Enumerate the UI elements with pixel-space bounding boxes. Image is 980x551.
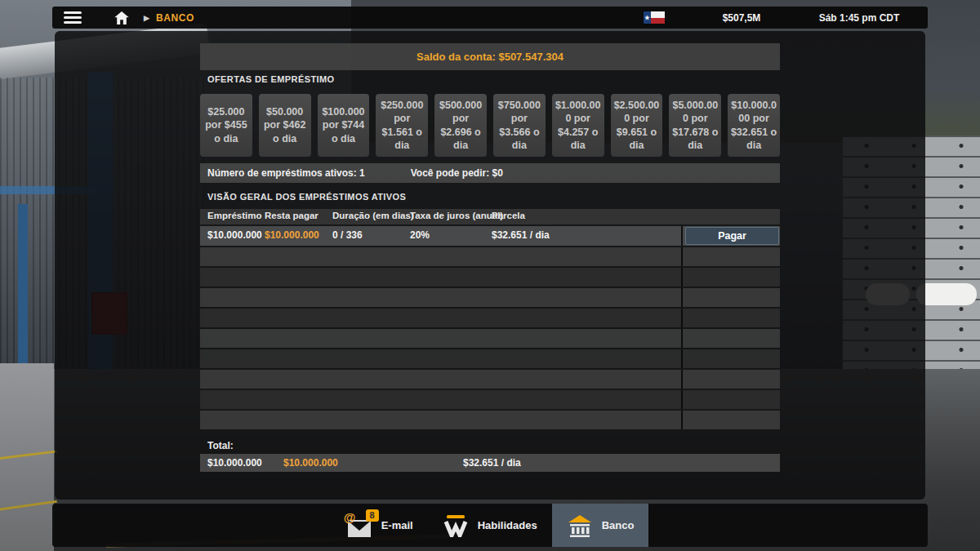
loan-offer-text: $750.000 por $3.566 o dia	[495, 99, 544, 152]
loan-offer-card[interactable]: $1.000.000 por $4.257 o dia	[552, 94, 604, 157]
loans-overview-title: VISÃO GERAL DOS EMPRÉSTIMOS ATIVOS	[207, 192, 406, 202]
tab-email-label: E-mail	[381, 519, 413, 531]
loan-installment: $32.651 / dia	[492, 229, 550, 241]
bank-content: Saldo da conta: $507.547.304 OFERTAS DE …	[200, 31, 780, 500]
pay-button-cell: Pagar	[681, 226, 780, 246]
top-bar: ▶ BANCO ★ $507,5M Sáb 1:45 pm CDT	[52, 7, 928, 29]
active-loans-count: Número de empréstimos ativos: 1	[207, 167, 365, 179]
email-unread-badge: 8	[366, 509, 379, 522]
loan-status-bar: Número de empréstimos ativos: 1 Você pod…	[200, 163, 780, 183]
skills-icon	[443, 514, 469, 537]
at-glyph: @	[344, 510, 356, 524]
borrow-capacity: Você pode pedir: $0	[411, 167, 503, 179]
tab-skills-label: Habilidades	[478, 519, 537, 531]
col-header-interest: Taxa de juros (anual)	[410, 211, 503, 220]
loan-offer-card[interactable]: $25.000 por $455 o dia	[200, 94, 252, 157]
empty-loan-row	[200, 411, 780, 429]
game-clock: Sáb 1:45 pm CDT	[791, 12, 928, 24]
bottom-tab-bar: @ 8 E-mail Habilidades	[52, 504, 928, 547]
empty-loan-row	[200, 247, 780, 266]
empty-loan-row	[200, 329, 780, 348]
loan-offer-card[interactable]: $750.000 por $3.566 o dia	[493, 94, 546, 157]
total-remaining: $10.000.000	[283, 457, 338, 469]
flag-star: ★	[644, 11, 651, 24]
loan-remaining: $10.000.000	[265, 229, 319, 241]
active-loan-row: $10.000.000 $10.000.000 0 / 336 20% $32.…	[200, 226, 780, 246]
empty-loan-row	[200, 309, 780, 327]
hamburger-menu-icon[interactable]	[64, 11, 82, 24]
empty-loan-row	[200, 288, 780, 307]
loan-offer-text: $100.000 por $744 o dia	[319, 105, 368, 145]
tab-bank[interactable]: Banco	[552, 504, 649, 547]
pay-button[interactable]: Pagar	[685, 227, 779, 245]
col-header-duration: Duração (em dias)	[332, 211, 414, 220]
loan-offer-text: $250.000 por $1.561 o dia	[377, 99, 426, 152]
loan-offer-text: $50.000 por $462 o dia	[261, 105, 310, 145]
empty-loan-row	[200, 268, 780, 287]
loan-row-cells: $10.000.000 $10.000.000 0 / 336 20% $32.…	[200, 226, 681, 246]
tab-skills[interactable]: Habilidades	[428, 504, 552, 547]
loan-offer-text: $10.000.000 por $32.651 o dia	[729, 99, 778, 152]
loan-offer-card[interactable]: $500.000 por $2.696 o dia	[434, 94, 487, 157]
total-row: $10.000.000 $10.000.000 $32.651 / dia	[200, 454, 780, 472]
total-label: Total:	[207, 440, 234, 451]
col-header-loan: Empréstimo	[207, 211, 261, 220]
loan-offer-card[interactable]: $50.000 por $462 o dia	[259, 94, 311, 157]
loan-offer-text: $25.000 por $455 o dia	[202, 105, 251, 145]
loan-offer-card[interactable]: $10.000.000 por $32.651 o dia	[728, 94, 780, 157]
account-balance-text: Saldo da conta: $507.547.304	[416, 51, 564, 63]
empty-loan-row	[200, 370, 780, 389]
loan-amount: $10.000.000	[207, 229, 262, 241]
tab-email[interactable]: @ 8 E-mail	[332, 504, 428, 547]
loan-offer-card[interactable]: $100.000 por $744 o dia	[318, 94, 370, 157]
loan-offer-card[interactable]: $5.000.000 por $17.678 o dia	[669, 94, 721, 157]
loan-offer-text: $2.500.000 por $9.651 o dia	[612, 99, 662, 152]
total-installment: $32.651 / dia	[463, 457, 521, 469]
player-money: $507,5M	[693, 12, 791, 24]
flag-red-stripe	[651, 18, 665, 24]
table-header-row: Empréstimo Resta pagar Duração (em dias)…	[200, 209, 780, 224]
garage-door-window	[941, 283, 977, 305]
loan-offer-card[interactable]: $2.500.000 por $9.651 o dia	[611, 94, 663, 157]
col-header-installment: Parcela	[492, 211, 525, 220]
tab-bank-label: Banco	[602, 519, 635, 531]
empty-loan-row	[200, 349, 780, 368]
breadcrumb-arrow-icon: ▶	[144, 14, 149, 22]
loan-offer-card[interactable]: $250.000 por $1.561 o dia	[376, 94, 428, 157]
loan-offers-row: $25.000 por $455 o dia $50.000 por $462 …	[200, 94, 780, 157]
email-icon: @ 8	[346, 514, 372, 537]
loan-offer-text: $1.000.000 por $4.257 o dia	[554, 99, 603, 152]
col-header-remaining: Resta pagar	[265, 211, 318, 220]
total-loan: $10.000.000	[207, 457, 262, 469]
empty-loan-rows	[200, 247, 780, 429]
bank-icon	[567, 514, 593, 537]
bank-panel: Saldo da conta: $507.547.304 OFERTAS DE …	[55, 31, 925, 500]
loan-offer-text: $500.000 por $2.696 o dia	[436, 99, 485, 152]
loan-offer-text: $5.000.000 por $17.678 o dia	[670, 99, 719, 152]
empty-loan-row	[200, 390, 780, 409]
active-loans-table: Empréstimo Resta pagar Duração (em dias)…	[200, 209, 780, 429]
loan-interest: 20%	[410, 229, 430, 241]
loan-duration: 0 / 336	[332, 229, 363, 241]
home-icon[interactable]	[114, 11, 129, 24]
breadcrumb-bank[interactable]: BANCO	[156, 12, 194, 24]
texas-flag-icon: ★	[644, 11, 665, 24]
account-balance-bar: Saldo da conta: $507.547.304	[200, 43, 780, 70]
flag-white-stripe	[651, 11, 665, 18]
game-screen: ▶ BANCO ★ $507,5M Sáb 1:45 pm CDT Saldo …	[0, 0, 980, 551]
loan-offers-title: OFERTAS DE EMPRÉSTIMO	[207, 74, 334, 84]
